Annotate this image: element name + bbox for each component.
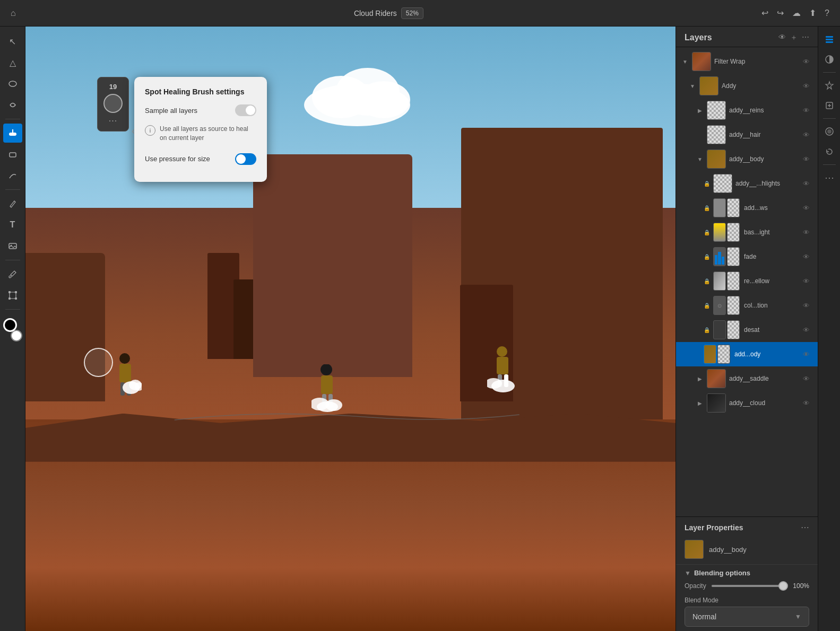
layer-item-addy-reins[interactable]: ▶ addy__reins 👁 — [691, 98, 818, 122]
layer-visibility-addy-highlights[interactable]: 👁 — [800, 177, 812, 190]
add-layer-icon[interactable] — [821, 97, 838, 114]
help-icon[interactable]: ? — [825, 8, 829, 18]
layer-expand-filter-wrap[interactable]: ▼ — [681, 58, 689, 65]
main-layout: ↖ △ T — [0, 27, 840, 631]
layer-item-addy-saddle[interactable]: ▶ addy__saddle 👁 — [691, 366, 818, 391]
layer-visibility-add-ody[interactable]: 👁 — [800, 348, 812, 361]
layers-more-icon[interactable]: ⋯ — [802, 33, 809, 42]
mesa-left — [25, 253, 105, 401]
layer-item-addy[interactable]: ▼ Addy 👁 — [683, 74, 818, 98]
layer-item-add-ody[interactable]: add...ody 👁 — [676, 342, 818, 366]
layer-visibility-addy-reins[interactable]: 👁 — [800, 104, 812, 117]
svg-point-22 — [123, 381, 140, 394]
layer-item-re-ellow[interactable]: 🔒 re...ellow 👁 — [676, 269, 818, 293]
layer-thumb-sm-bas2 — [727, 223, 740, 242]
share-icon[interactable]: ⬆ — [809, 8, 816, 18]
blend-mode-dropdown[interactable]: Normal ▼ — [685, 607, 809, 627]
more-panel-icon[interactable]: ⋯ — [821, 169, 838, 186]
right-panel: Layers 👁 ＋ ⋯ ▼ — [676, 27, 840, 631]
fx-panel-icon[interactable] — [821, 77, 838, 94]
layer-expand-addy[interactable]: ▼ — [689, 82, 696, 90]
eyedropper-tool[interactable] — [3, 265, 22, 284]
layer-name-addy-body: addy__body — [729, 155, 796, 163]
svg-rect-3 — [10, 153, 16, 157]
layer-expand-addy-cloud[interactable]: ▶ — [696, 399, 704, 407]
layer-item-bas-ight[interactable]: 🔒 bas...ight 👁 — [676, 220, 818, 244]
brush-more-options[interactable]: ··· — [109, 116, 117, 126]
lasso-tool[interactable] — [3, 74, 22, 93]
masks-panel-icon[interactable] — [821, 123, 838, 140]
layer-item-addy-body[interactable]: ▼ addy__body 👁 — [691, 147, 818, 171]
layer-visibility-re-ellow[interactable]: 👁 — [800, 275, 812, 287]
layer-thumb-group-add-ody — [704, 345, 731, 364]
layer-thumb-addy-reins — [707, 101, 726, 120]
layers-visibility-icon[interactable]: 👁 — [778, 33, 786, 42]
layer-visibility-bas-ight[interactable]: 👁 — [800, 226, 812, 239]
layer-expand-addy-hair[interactable] — [696, 131, 704, 138]
adjustments-panel-icon[interactable] — [821, 51, 838, 68]
svg-rect-38 — [826, 41, 833, 43]
layers-panel-icon[interactable] — [821, 31, 838, 48]
layer-thumb-sm-re1 — [713, 271, 726, 291]
blending-options-header[interactable]: ▼ Blending options — [685, 569, 809, 577]
layer-visibility-addy-hair[interactable]: 👁 — [800, 128, 812, 141]
opacity-slider[interactable] — [712, 585, 788, 587]
layer-visibility-addy-saddle[interactable]: 👁 — [800, 372, 812, 385]
svg-rect-1 — [9, 133, 16, 136]
layer-visibility-desat[interactable]: 👁 — [800, 323, 812, 336]
zoom-level[interactable]: 52% — [401, 7, 423, 19]
layer-thumb-sm-ody2 — [717, 345, 730, 364]
opacity-slider-thumb[interactable] — [778, 581, 788, 591]
reins — [117, 404, 572, 425]
svg-rect-8 — [8, 291, 11, 293]
healing-brush-tool[interactable] — [3, 124, 22, 143]
layer-item-addy-cloud[interactable]: ▶ addy__cloud 👁 — [691, 391, 818, 415]
mesa-center-left2 — [233, 279, 255, 359]
eraser-tool[interactable] — [3, 145, 22, 164]
layer-visibility-addy-cloud[interactable]: 👁 — [800, 397, 812, 409]
layer-visibility-fade[interactable]: 👁 — [800, 250, 812, 263]
foreground-color-swatch[interactable] — [3, 318, 17, 332]
cloud-sync-icon[interactable]: ☁ — [792, 8, 801, 18]
layer-item-addy-hair[interactable]: addy__hair 👁 — [691, 122, 818, 147]
layer-expand-addy-saddle[interactable]: ▶ — [696, 375, 704, 382]
move-tool[interactable]: ↖ — [3, 32, 22, 51]
layer-item-col-tion[interactable]: 🔒 ⊙ col...tion 👁 — [676, 293, 818, 318]
home-icon[interactable]: ⌂ — [11, 8, 16, 18]
selection-tool[interactable]: △ — [3, 53, 22, 72]
svg-rect-4 — [9, 243, 16, 249]
layer-item-addy-highlights[interactable]: 🔒 addy__...hlights 👁 — [676, 171, 818, 196]
layer-item-fade[interactable]: 🔒 f — [676, 244, 818, 269]
layers-content: Layers 👁 ＋ ⋯ ▼ — [676, 27, 818, 631]
layer-visibility-addy[interactable]: 👁 — [800, 80, 812, 92]
layer-item-add-ws[interactable]: 🔒 add...ws 👁 — [676, 196, 818, 220]
layer-item-filter-wrap[interactable]: ▼ Filter Wrap 👁 — [676, 49, 818, 74]
smudge-tool[interactable] — [3, 166, 22, 185]
layer-properties-more-icon[interactable]: ⋯ — [801, 522, 809, 532]
layer-expand-addy-body[interactable]: ▼ — [696, 155, 704, 163]
blending-options-chevron: ▼ — [685, 569, 691, 577]
layer-visibility-filter-wrap[interactable]: 👁 — [800, 55, 812, 68]
layer-thumb-addy-highlights — [713, 174, 732, 193]
image-tool[interactable] — [3, 236, 22, 256]
pen-tool[interactable] — [3, 194, 22, 213]
swirl-tool[interactable] — [3, 95, 22, 115]
layer-item-desat[interactable]: 🔒 desat 👁 — [676, 318, 818, 342]
layers-add-icon[interactable]: ＋ — [790, 33, 798, 42]
redo-icon[interactable]: ↪ — [777, 8, 784, 18]
text-tool[interactable]: T — [3, 215, 22, 234]
layer-expand-addy-reins[interactable]: ▶ — [696, 107, 704, 114]
undo-icon[interactable]: ↩ — [761, 8, 768, 18]
canvas-area[interactable]: 19 ··· ‹ Spot Healing Brush settings Sam… — [25, 27, 676, 631]
layer-properties-header: Layer Properties ⋯ — [676, 517, 818, 537]
sample-all-layers-label: Sample all layers — [145, 107, 197, 115]
layer-visibility-add-ws[interactable]: 👁 — [800, 201, 812, 214]
layer-visibility-col-tion[interactable]: 👁 — [800, 299, 812, 312]
use-pressure-toggle[interactable] — [235, 153, 256, 165]
transform-tool[interactable] — [3, 286, 22, 305]
history-panel-icon[interactable] — [821, 143, 838, 160]
svg-rect-37 — [826, 39, 833, 40]
blend-mode-section: Blend Mode Normal ▼ — [685, 595, 809, 627]
sample-all-layers-toggle[interactable] — [235, 104, 256, 116]
layer-visibility-addy-body[interactable]: 👁 — [800, 153, 812, 165]
